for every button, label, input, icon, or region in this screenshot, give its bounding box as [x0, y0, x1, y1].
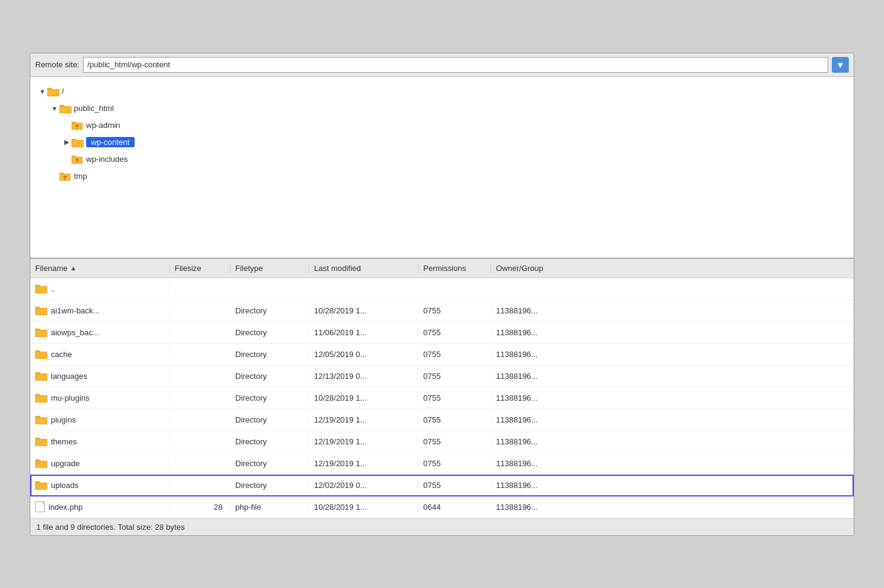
tree-item-public-html[interactable]: ▼ public_html — [35, 100, 849, 117]
cell-filename: cache — [30, 349, 170, 359]
cell-filename: mu-plugins — [30, 393, 170, 403]
cell-perms: 0755 — [418, 415, 491, 424]
table-row[interactable]: .. — [30, 278, 854, 300]
svg-rect-44 — [36, 439, 47, 446]
sort-arrow-filename: ▲ — [70, 264, 76, 272]
svg-rect-29 — [36, 330, 47, 336]
remote-site-label: Remote site: — [35, 60, 79, 69]
folder-icon-public-html — [59, 104, 72, 113]
cell-perms: 0755 — [418, 306, 491, 315]
col-header-permissions[interactable]: Permissions — [418, 264, 491, 273]
table-row[interactable]: themes Directory 12/19/2019 1... 0755 11… — [30, 431, 854, 453]
folder-icon — [35, 415, 47, 424]
file-table-header: Filename ▲ Filesize Filetype Last modifi… — [30, 259, 854, 278]
cell-filename: languages — [30, 371, 170, 381]
cell-filetype: Directory — [230, 372, 309, 381]
svg-rect-12 — [72, 141, 83, 147]
svg-rect-2 — [48, 90, 59, 96]
cell-perms: 0755 — [418, 372, 491, 381]
folder-icon-root — [47, 87, 59, 96]
cell-lastmod: 12/19/2019 1... — [309, 437, 418, 446]
cell-filesize: 28 — [170, 503, 230, 512]
tree-toggle-public-html[interactable]: ▼ — [50, 104, 59, 113]
chevron-down-icon: ▼ — [836, 60, 845, 70]
table-row[interactable]: plugins Directory 12/19/2019 1... 0755 1… — [30, 409, 854, 431]
cell-perms: 0755 — [418, 328, 491, 337]
folder-icon — [35, 306, 47, 315]
tree-item-wp-content[interactable]: ▶ wp-content — [35, 134, 849, 151]
cell-perms: 0755 — [418, 459, 491, 468]
status-bar: 1 file and 9 directories. Total size: 28… — [30, 518, 854, 535]
tree-toggle-tmp[interactable] — [50, 172, 59, 181]
table-row[interactable]: ai1wm-back... Directory 10/28/2019 1... … — [30, 300, 854, 322]
tree-label-root: / — [62, 87, 64, 96]
file-list-panel: Filename ▲ Filesize Filetype Last modifi… — [30, 259, 854, 518]
col-header-filesize[interactable]: Filesize — [170, 264, 230, 273]
remote-site-bar: Remote site: ▼ — [30, 53, 854, 77]
cell-owner: 11388196... — [491, 350, 854, 359]
status-text: 1 file and 9 directories. Total size: 28… — [36, 523, 185, 532]
cell-filetype: php-file — [230, 503, 309, 512]
tree-label-public-html: public_html — [74, 104, 114, 113]
cell-perms: 0755 — [418, 350, 491, 359]
tree-label-wp-includes: wp-includes — [86, 155, 128, 164]
folder-icon-wp-includes: ? — [72, 155, 84, 164]
cell-filename: themes — [30, 436, 170, 446]
svg-rect-38 — [36, 396, 47, 402]
svg-rect-32 — [36, 352, 47, 358]
tree-label-tmp: tmp — [74, 172, 87, 181]
folder-icon-wp-admin: ? — [72, 121, 84, 130]
cell-owner: 11388196... — [491, 481, 854, 490]
svg-rect-26 — [36, 309, 47, 315]
col-header-lastmod[interactable]: Last modified — [309, 264, 418, 273]
tree-toggle-wp-includes[interactable] — [62, 155, 72, 164]
table-row[interactable]: upgrade Directory 12/19/2019 1... 0755 1… — [30, 453, 854, 475]
cell-lastmod: 10/28/2019 1... — [309, 393, 418, 403]
cell-filename: ai1wm-back... — [30, 306, 170, 315]
cell-filename: index.php — [30, 501, 170, 512]
cell-filename: .. — [30, 284, 170, 293]
folder-icon — [35, 284, 47, 293]
cell-lastmod: 12/19/2019 1... — [309, 459, 418, 468]
cell-filename: aiowps_bac... — [30, 327, 170, 337]
cell-filetype: Directory — [230, 459, 309, 468]
cell-filetype: Directory — [230, 393, 309, 403]
cell-filetype: Directory — [230, 328, 309, 337]
col-header-filetype[interactable]: Filetype — [230, 264, 309, 273]
table-row[interactable]: languages Directory 12/13/2019 0... 0755… — [30, 366, 854, 387]
table-row[interactable]: aiowps_bac... Directory 11/06/2019 1... … — [30, 322, 854, 344]
tree-item-wp-admin[interactable]: ? wp-admin — [35, 117, 849, 134]
folder-icon — [35, 458, 47, 468]
remote-site-input[interactable] — [83, 57, 828, 73]
cell-owner: 11388196... — [491, 372, 854, 381]
table-row[interactable]: index.php 28 php-file 10/28/2019 1... 06… — [30, 496, 854, 518]
cell-filetype: Directory — [230, 481, 309, 490]
cell-owner: 11388196... — [491, 415, 854, 424]
col-header-owner[interactable]: Owner/Group — [491, 264, 854, 273]
table-row[interactable]: mu-plugins Directory 10/28/2019 1... 075… — [30, 387, 854, 409]
table-row[interactable]: cache Directory 12/05/2019 0... 0755 113… — [30, 344, 854, 366]
tree-label-wp-admin: wp-admin — [86, 121, 120, 130]
table-row-uploads[interactable]: uploads Directory 12/02/2019 0... 0755 1… — [30, 475, 854, 496]
cell-owner: 11388196... — [491, 503, 854, 512]
cell-perms: 0755 — [418, 481, 491, 490]
tree-item-root[interactable]: ▼ / — [35, 83, 849, 100]
tree-toggle-wp-content[interactable]: ▶ — [62, 138, 72, 147]
folder-icon — [35, 371, 47, 381]
tree-item-wp-includes[interactable]: ? wp-includes — [35, 151, 849, 168]
cell-filetype: Directory — [230, 350, 309, 359]
cell-owner: 11388196... — [491, 306, 854, 315]
col-header-filename[interactable]: Filename ▲ — [30, 264, 170, 273]
folder-icon — [35, 393, 47, 403]
cell-lastmod: 12/02/2019 0... — [309, 481, 418, 490]
remote-site-dropdown-button[interactable]: ▼ — [832, 57, 849, 73]
cell-lastmod: 12/19/2019 1... — [309, 415, 418, 424]
cell-owner: 11388196... — [491, 328, 854, 337]
svg-rect-35 — [36, 374, 47, 380]
tree-item-tmp[interactable]: ? tmp — [35, 168, 849, 185]
svg-text:?: ? — [75, 157, 79, 163]
cell-lastmod: 12/13/2019 0... — [309, 372, 418, 381]
cell-filename: plugins — [30, 415, 170, 424]
tree-toggle-wp-admin[interactable] — [62, 121, 72, 130]
tree-toggle-root[interactable]: ▼ — [38, 87, 47, 96]
